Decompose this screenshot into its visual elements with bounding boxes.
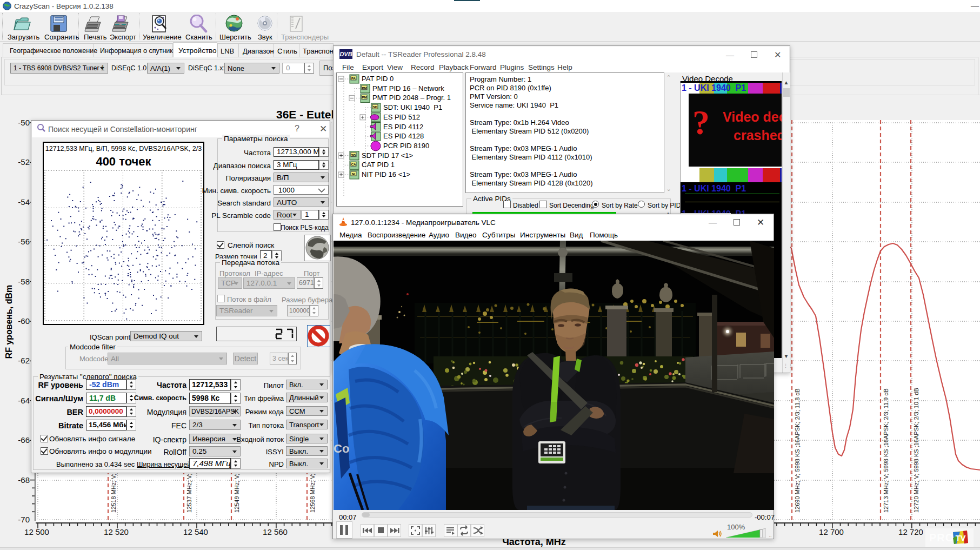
svg-text:PM: PM — [362, 87, 367, 90]
svg-text:-52: -52 — [18, 157, 30, 167]
svg-text:NI: NI — [352, 173, 355, 176]
svg-text:SD: SD — [351, 154, 356, 157]
svg-text:-58: -58 — [18, 277, 30, 286]
svg-text:Co: Co — [334, 442, 349, 455]
svg-text:-54: -54 — [18, 197, 30, 207]
svg-text:-62: -62 — [18, 356, 30, 365]
svg-text:PM: PM — [362, 96, 367, 99]
svg-text:-70: -70 — [18, 515, 30, 524]
svg-text:12 540: 12 540 — [183, 527, 208, 536]
svg-text:CA: CA — [351, 163, 356, 166]
svg-text:SD: SD — [373, 105, 378, 109]
svg-text:-50: -50 — [18, 118, 30, 127]
svg-text:RF уровень, dBm: RF уровень, dBm — [4, 285, 14, 359]
svg-text:-66: -66 — [18, 435, 30, 445]
svg-text:12690 MHz; V; 5998 KS ;16APSK;: 12690 MHz; V; 5998 KS ;16APSK; 2/3; 11.8… — [794, 388, 801, 513]
svg-text:12 560: 12 560 — [263, 527, 288, 536]
svg-text:12 720: 12 720 — [898, 527, 923, 536]
svg-text:12713 MHz; V; 5998 KS ;16APSK;: 12713 MHz; V; 5998 KS ;16APSK; 2/3; 11.9… — [883, 388, 889, 513]
svg-text:12720 MHz; V; 5998 KS ;16APSK;: 12720 MHz; V; 5998 KS ;16APSK; 2/3; 10.1… — [913, 388, 919, 513]
svg-text:12 700: 12 700 — [819, 527, 844, 536]
svg-text:-64: -64 — [18, 396, 30, 405]
svg-text:12 520: 12 520 — [104, 527, 129, 536]
svg-text:-60: -60 — [18, 316, 30, 326]
svg-text:-68: -68 — [18, 475, 30, 485]
svg-text:-56: -56 — [18, 237, 30, 246]
svg-text:PA: PA — [351, 77, 356, 80]
svg-text:TV: TV — [955, 533, 965, 542]
svg-text:DVB: DVB — [339, 51, 352, 57]
svg-text:12 500: 12 500 — [24, 527, 49, 536]
